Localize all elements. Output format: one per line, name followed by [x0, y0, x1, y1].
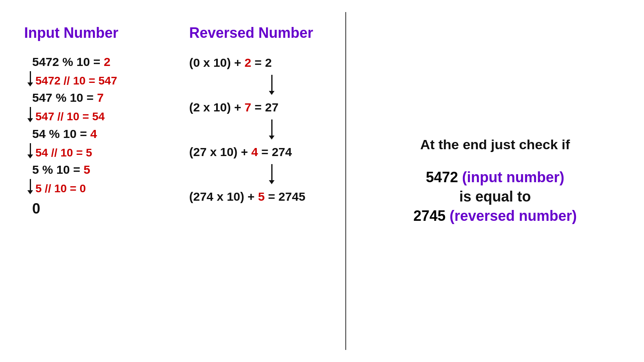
reversed-header: Reversed Number — [189, 24, 330, 41]
rev-step-3: (27 x 10) + 4 = 274 — [189, 143, 330, 161]
arrow-head-1 — [27, 82, 33, 86]
arrow-line-1 — [30, 71, 31, 82]
right-content: At the end just check if 5472 (input num… — [413, 135, 577, 227]
arrow-down-2 — [27, 107, 33, 122]
rev-step-1: (0 x 10) + 2 = 2 — [189, 53, 330, 72]
number-line-2: 2745 (reversed number) — [413, 205, 577, 227]
check-text: At the end just check if — [413, 135, 577, 154]
rev-arrow-1 — [213, 75, 330, 95]
equal-line: is equal to — [413, 188, 577, 205]
vertical-divider — [345, 12, 346, 350]
arrow-head-4 — [27, 190, 33, 194]
arrow-line-3 — [30, 143, 31, 154]
input-column: Input Number 5472 % 10 = 2 5472 // 10 = … — [24, 16, 165, 346]
arrow-head-2 — [27, 118, 33, 122]
step-1-divide: 5472 // 10 = 547 — [35, 71, 117, 88]
step-1-modulo: 5472 % 10 = 2 — [24, 53, 165, 70]
rev-arrow-line-1 — [271, 75, 272, 91]
left-panel: Input Number 5472 % 10 = 2 5472 // 10 = … — [0, 0, 346, 362]
step-3-divide: 54 // 10 = 5 — [35, 143, 92, 160]
rev-arrow-head-3 — [269, 180, 275, 184]
arrow-line-4 — [30, 179, 31, 190]
main-container: Input Number 5472 % 10 = 2 5472 // 10 = … — [0, 0, 644, 362]
step-2-arrow: 547 // 10 = 54 — [24, 107, 165, 124]
rev-arrow-head-2 — [269, 136, 275, 140]
reversed-column: Reversed Number (0 x 10) + 2 = 2 (2 x 10… — [165, 16, 330, 346]
input-step-3: 54 % 10 = 4 54 // 10 = 5 — [24, 125, 165, 161]
arrow-line-2 — [30, 107, 31, 118]
step-2-divide: 547 // 10 = 54 — [35, 107, 105, 124]
rev-step-4: (274 x 10) + 5 = 2745 — [189, 187, 330, 206]
arrow-down-4 — [27, 179, 33, 194]
final-zero: 0 — [24, 200, 165, 217]
arrow-head-3 — [27, 154, 33, 158]
rev-arrow-2 — [213, 119, 330, 140]
step-1-arrow: 5472 // 10 = 547 — [24, 71, 165, 88]
input-header: Input Number — [24, 24, 165, 41]
input-step-1: 5472 % 10 = 2 5472 // 10 = 547 — [24, 53, 165, 89]
step-3-modulo: 54 % 10 = 4 — [24, 125, 165, 142]
arrow-down-1 — [27, 71, 33, 86]
step-3-arrow: 54 // 10 = 5 — [24, 143, 165, 160]
number-line-1: 5472 (input number) — [413, 167, 577, 188]
rev-arrow-line-3 — [271, 164, 272, 180]
step-2-modulo: 547 % 10 = 7 — [24, 89, 165, 106]
step-4-divide: 5 // 10 = 0 — [35, 179, 86, 196]
step-4-arrow: 5 // 10 = 0 — [24, 179, 165, 196]
right-panel: At the end just check if 5472 (input num… — [346, 0, 644, 362]
rev-arrow-3 — [213, 164, 330, 184]
arrow-down-3 — [27, 143, 33, 158]
step-4-modulo: 5 % 10 = 5 — [24, 161, 165, 178]
input-step-4: 5 % 10 = 5 5 // 10 = 0 — [24, 161, 165, 197]
rev-arrow-line-2 — [271, 119, 272, 136]
input-step-2: 547 % 10 = 7 547 // 10 = 54 — [24, 89, 165, 125]
rev-arrow-head-1 — [269, 91, 275, 95]
rev-step-2: (2 x 10) + 7 = 27 — [189, 98, 330, 116]
